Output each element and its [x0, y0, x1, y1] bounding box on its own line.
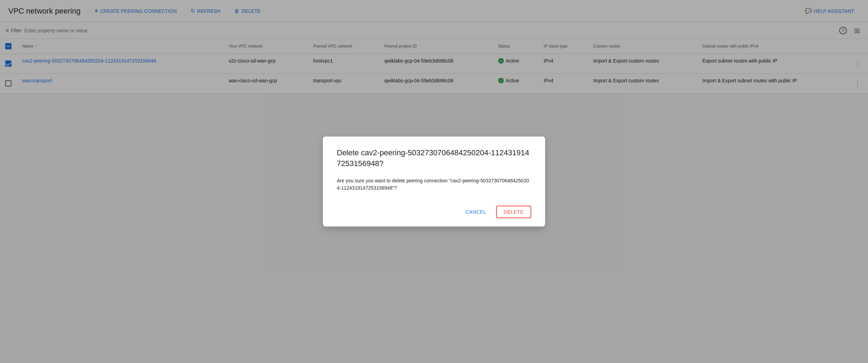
modal-overlay: Delete cav2-peering-5032730706484250204-…: [0, 0, 868, 363]
cancel-button[interactable]: CANCEL: [459, 206, 493, 217]
modal-body: Are you sure you want to delete peering …: [337, 177, 531, 192]
delete-modal: Delete cav2-peering-5032730706484250204-…: [323, 137, 545, 227]
modal-actions: CANCEL DELETE: [337, 206, 531, 218]
modal-delete-button[interactable]: DELETE: [496, 206, 531, 218]
modal-title: Delete cav2-peering-5032730706484250204-…: [337, 148, 531, 169]
